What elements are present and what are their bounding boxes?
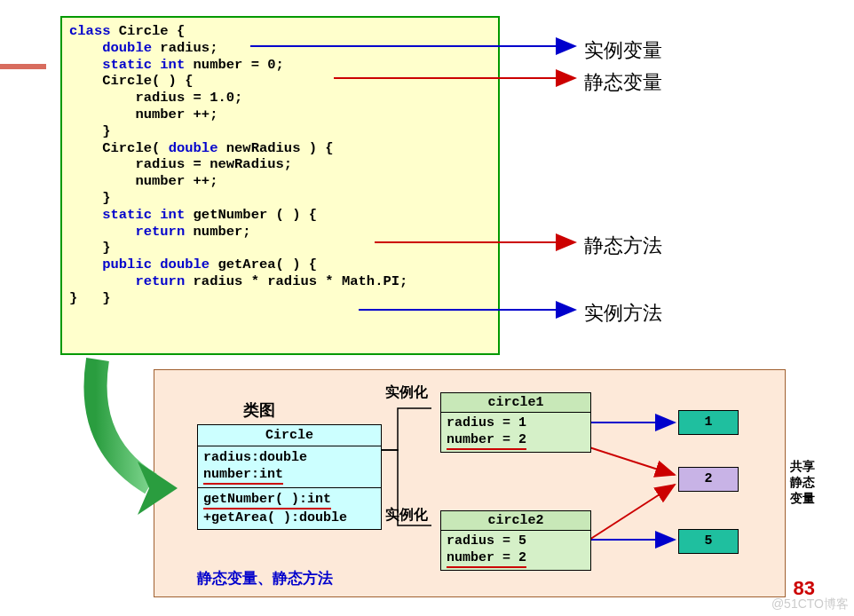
- label-instantiate-2: 实例化: [385, 506, 428, 525]
- left-decor-bar: [0, 64, 46, 69]
- label-static-method: 静态方法: [584, 233, 662, 259]
- value-box-2: 2: [678, 467, 739, 492]
- uml-class-name: Circle: [198, 425, 381, 446]
- value-box-5: 5: [678, 529, 739, 554]
- label-instantiate-1: 实例化: [385, 383, 428, 402]
- code-line: class: [69, 23, 119, 39]
- code-block: class Circle { double radius; static int…: [60, 16, 500, 355]
- uml-attributes: radius:double number:int: [198, 446, 381, 488]
- footer-note: 静态变量、静态方法: [197, 568, 333, 588]
- label-class-diagram: 类图: [243, 399, 275, 421]
- watermark: @51CTO博客: [771, 596, 849, 612]
- label-instance-method: 实例方法: [584, 300, 662, 327]
- uml-class-box: Circle radius:double number:int getNumbe…: [197, 424, 382, 530]
- value-box-1: 1: [678, 410, 739, 435]
- label-shared-static: 共享 静态 变量: [790, 458, 815, 506]
- label-static-variable: 静态变量: [584, 69, 662, 96]
- label-instance-variable: 实例变量: [584, 37, 662, 64]
- uml-operations: getNumber( ):int +getArea( ):double: [198, 488, 381, 529]
- instance-circle2: circle2 radius = 5 number = 2: [440, 510, 591, 571]
- instance-circle1: circle1 radius = 1 number = 2: [440, 392, 591, 453]
